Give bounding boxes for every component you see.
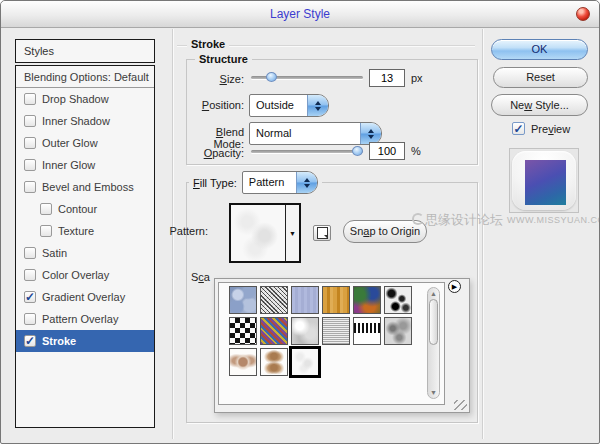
new-style-button[interactable]: New Style... — [491, 94, 588, 116]
sidebar-item-label: Outer Glow — [42, 137, 98, 149]
checkbox-icon[interactable] — [24, 313, 36, 325]
pattern-swatch-periwinkle-weave[interactable] — [291, 286, 319, 314]
preview-label: Preview — [531, 123, 570, 135]
sidebar-item-color-overlay[interactable]: Color Overlay — [16, 264, 154, 286]
new-pattern-button[interactable] — [313, 225, 331, 241]
opacity-slider-track — [251, 150, 363, 153]
sidebar-item-texture[interactable]: Texture — [16, 220, 154, 242]
pattern-swatch-bw-marble[interactable] — [384, 286, 412, 314]
reset-button[interactable]: Reset — [493, 67, 588, 88]
preview-thumbnail — [512, 151, 576, 210]
opacity-value-field[interactable] — [369, 142, 405, 160]
checkbox-icon[interactable]: ✓ — [24, 291, 36, 303]
styles-header: Styles — [15, 39, 155, 63]
pattern-swatch-blue-bubbles[interactable] — [229, 286, 257, 314]
sidebar-item-label: Inner Shadow — [42, 115, 110, 127]
resize-grip[interactable] — [454, 400, 467, 410]
size-slider[interactable] — [251, 73, 363, 83]
pattern-picker-popup: ▲ ▼ ▶ — [214, 278, 470, 413]
pattern-picker-trigger[interactable]: ▼ — [229, 203, 301, 263]
sidebar-item-gradient-overlay[interactable]: ✓Gradient Overlay — [16, 286, 154, 308]
opacity-slider[interactable] — [251, 147, 363, 157]
scrollbar-thumb[interactable] — [429, 299, 438, 345]
checkbox-icon[interactable]: ✓ — [24, 335, 36, 347]
pattern-swatch-gray-clouds[interactable] — [291, 317, 319, 345]
sidebar-item-bevel-and-emboss[interactable]: Bevel and Emboss — [16, 176, 154, 198]
pattern-scrollbar[interactable]: ▲ ▼ — [427, 287, 440, 399]
size-unit: px — [411, 72, 423, 84]
sidebar-item-label: Bevel and Emboss — [42, 181, 134, 193]
opacity-unit: % — [411, 145, 421, 157]
pattern-swatch-white-texture[interactable] — [289, 346, 321, 378]
sidebar-item-contour[interactable]: Contour — [16, 198, 154, 220]
fill-type-value: Pattern — [243, 172, 296, 193]
pattern-swatch-zigzag-lines[interactable] — [353, 317, 381, 345]
sidebar-item-drop-shadow[interactable]: Drop Shadow — [16, 88, 154, 110]
sidebar-item-blending-options-default[interactable]: Blending Options: Default — [16, 66, 154, 88]
pattern-grid-area: ▲ ▼ — [218, 282, 445, 405]
watermark: 思缘设计论坛 WWW.MISSYUAN.COM — [425, 211, 600, 229]
pattern-swatch-ochre-wood[interactable] — [322, 286, 350, 314]
ok-button[interactable]: OK — [491, 39, 588, 60]
opacity-slider-thumb[interactable] — [352, 146, 363, 156]
close-icon[interactable] — [576, 7, 590, 21]
sidebar-item-label: Satin — [42, 247, 67, 259]
checkbox-icon[interactable] — [24, 137, 36, 149]
pattern-label: Pattern: — [151, 225, 208, 237]
sidebar-item-label: Color Overlay — [42, 269, 109, 281]
stepper-icon — [360, 123, 381, 144]
sidebar-item-inner-glow[interactable]: Inner Glow — [16, 154, 154, 176]
checkbox-icon[interactable] — [24, 181, 36, 193]
sidebar-item-label: Contour — [58, 203, 97, 215]
picker-menu-button[interactable]: ▶ — [448, 280, 461, 293]
sidebar-item-inner-shadow[interactable]: Inner Shadow — [16, 110, 154, 132]
sidebar-item-satin[interactable]: Satin — [16, 242, 154, 264]
checkbox-icon[interactable] — [24, 269, 36, 281]
sidebar-item-outer-glow[interactable]: Outer Glow — [16, 132, 154, 154]
scroll-down-icon[interactable]: ▼ — [428, 389, 439, 396]
checkbox-icon[interactable] — [40, 225, 52, 237]
fill-type-label: Fill Type: — [193, 177, 237, 189]
layer-style-dialog: Layer Style Styles Blending Options: Def… — [0, 0, 600, 444]
size-slider-thumb[interactable] — [266, 72, 277, 82]
title-bar[interactable]: Layer Style — [1, 1, 599, 28]
checkbox-icon[interactable] — [24, 115, 36, 127]
checkbox-icon[interactable] — [40, 203, 52, 215]
pattern-swatch-tan-ornament[interactable] — [229, 348, 257, 376]
size-value-field[interactable] — [369, 69, 405, 87]
position-select[interactable]: Outside — [249, 94, 329, 117]
stepper-icon — [307, 95, 328, 116]
structure-group: Structure Size: px Position: Outside Ble… — [186, 59, 478, 165]
preview-checkbox[interactable]: ✓ — [512, 122, 525, 135]
pattern-swatch-gray-marble[interactable] — [384, 317, 412, 345]
sidebar-item-label: Pattern Overlay — [42, 313, 118, 325]
pattern-swatch-gray-noise[interactable] — [260, 286, 288, 314]
watermark-logo-icon — [412, 213, 424, 225]
sidebar-item-label: Gradient Overlay — [42, 291, 125, 303]
pattern-swatch-checkerboard[interactable] — [229, 317, 257, 345]
sidebar-item-label: Inner Glow — [42, 159, 95, 171]
blend-mode-select[interactable]: Normal — [249, 122, 382, 145]
sidebar-item-pattern-overlay[interactable]: Pattern Overlay — [16, 308, 154, 330]
pattern-swatch-color-mosaic[interactable] — [260, 317, 288, 345]
scroll-up-icon[interactable]: ▲ — [428, 290, 439, 297]
pattern-preview — [231, 205, 285, 261]
pattern-swatch-moth-pair[interactable] — [260, 348, 288, 376]
fill-type-select[interactable]: Pattern — [242, 171, 318, 194]
new-preset-icon — [317, 227, 328, 239]
dialog-title: Layer Style — [1, 7, 599, 21]
pattern-swatch-color-plaid[interactable] — [353, 286, 381, 314]
pattern-dropdown-strip[interactable]: ▼ — [285, 205, 299, 261]
checkbox-icon[interactable] — [24, 247, 36, 259]
pattern-grid — [229, 286, 412, 379]
watermark-en: WWW.MISSYUAN.COM — [507, 215, 600, 225]
sidebar-item-label: Stroke — [42, 335, 76, 347]
sidebar-item-stroke[interactable]: ✓Stroke — [16, 330, 154, 352]
pattern-swatch-fine-noise[interactable] — [322, 317, 350, 345]
styles-list: Blending Options: DefaultDrop ShadowInne… — [15, 65, 155, 428]
size-label: Size: — [187, 73, 244, 85]
structure-legend: Structure — [195, 53, 252, 65]
checkbox-icon[interactable] — [24, 159, 36, 171]
preview-gradient — [525, 160, 566, 205]
checkbox-icon[interactable] — [24, 93, 36, 105]
